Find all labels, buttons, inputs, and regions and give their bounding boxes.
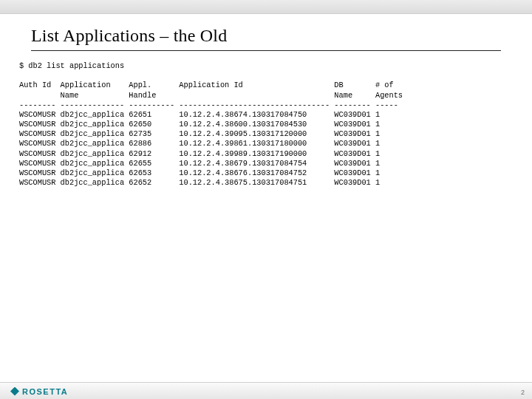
page-number: 2 <box>521 389 525 396</box>
logo-mark-icon <box>10 387 19 396</box>
slide-title: List Applications – the Old <box>31 26 532 46</box>
terminal-output: $ db2 list applications Auth Id Applicat… <box>19 61 532 188</box>
logo: ROSETTA <box>10 386 68 397</box>
logo-text: ROSETTA <box>22 387 68 396</box>
slide-footer: ROSETTA 2 <box>0 382 532 399</box>
title-rule <box>31 50 501 51</box>
slide-top-bar <box>0 0 532 14</box>
